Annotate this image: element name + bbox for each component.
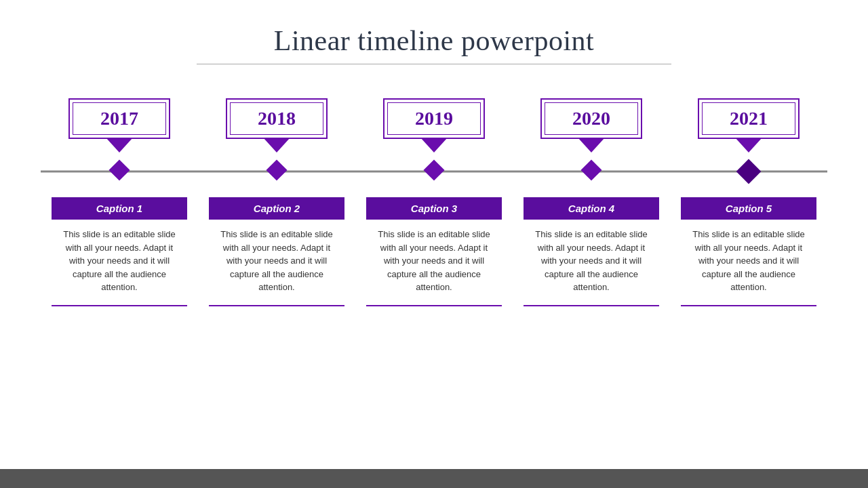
caption-card-1: Caption 1 This slide is an editable slid… — [52, 197, 187, 306]
diamond-icon-1 — [108, 159, 130, 180]
captions-row: Caption 1 This slide is an editable slid… — [27, 197, 841, 306]
slide-title: Linear timeline powerpoint — [0, 24, 868, 57]
caption-body-3: This slide is an editable slide with all… — [366, 220, 502, 301]
caption-footer-line-5 — [681, 305, 816, 306]
year-text-2021: 2021 — [730, 108, 768, 129]
diamond-container-3 — [380, 163, 488, 180]
diamond-icon-2 — [266, 159, 287, 180]
caption-card-3: Caption 3 This slide is an editable slid… — [366, 197, 502, 306]
timeline-section: 2017 2018 2019 — [0, 98, 868, 306]
slide: Linear timeline powerpoint 2017 2018 — [0, 0, 868, 488]
year-badge-2020: 2020 — [540, 98, 642, 139]
diamond-container-2 — [222, 163, 331, 180]
year-box-2017: 2017 — [65, 98, 174, 139]
caption-header-1: Caption 1 — [52, 197, 187, 220]
year-box-2020: 2020 — [537, 98, 646, 139]
caption-footer-line-2 — [209, 305, 344, 306]
year-box-2021: 2021 — [694, 98, 803, 139]
year-text-2018: 2018 — [258, 108, 296, 129]
year-text-2020: 2020 — [572, 108, 610, 129]
diamond-icon-5 — [736, 159, 762, 184]
caption-header-5: Caption 5 — [681, 197, 816, 220]
caption-body-2: This slide is an editable slide with all… — [209, 220, 344, 301]
caption-footer-line-4 — [524, 305, 659, 306]
year-badge-2017: 2017 — [68, 98, 170, 139]
diamond-container-5 — [694, 163, 803, 180]
caption-body-1: This slide is an editable slide with all… — [52, 220, 187, 301]
caption-header-4: Caption 4 — [524, 197, 659, 220]
diamond-container-4 — [537, 163, 646, 180]
diamonds-row — [27, 163, 841, 180]
year-text-2017: 2017 — [100, 108, 138, 129]
year-text-2019: 2019 — [415, 108, 453, 129]
caption-card-4: Caption 4 This slide is an editable slid… — [524, 197, 659, 306]
diamond-icon-4 — [580, 159, 601, 180]
caption-header-2: Caption 2 — [209, 197, 344, 220]
year-badge-2019: 2019 — [383, 98, 485, 139]
title-section: Linear timeline powerpoint — [0, 0, 868, 64]
year-badge-2021: 2021 — [698, 98, 800, 139]
year-badge-2018: 2018 — [226, 98, 328, 139]
caption-footer-line-3 — [366, 305, 502, 306]
caption-body-5: This slide is an editable slide with all… — [681, 220, 816, 301]
diamond-container-1 — [65, 163, 174, 180]
caption-card-2: Caption 2 This slide is an editable slid… — [209, 197, 344, 306]
title-divider — [197, 64, 671, 64]
diamond-icon-3 — [423, 159, 444, 180]
caption-header-3: Caption 3 — [366, 197, 502, 220]
caption-card-5: Caption 5 This slide is an editable slid… — [681, 197, 816, 306]
year-box-2018: 2018 — [222, 98, 331, 139]
caption-footer-line-1 — [52, 305, 187, 306]
year-box-2019: 2019 — [380, 98, 488, 139]
year-labels: 2017 2018 2019 — [27, 98, 841, 139]
caption-body-4: This slide is an editable slide with all… — [524, 220, 659, 301]
timeline-line-container — [27, 158, 841, 185]
bottom-bar — [0, 469, 868, 488]
